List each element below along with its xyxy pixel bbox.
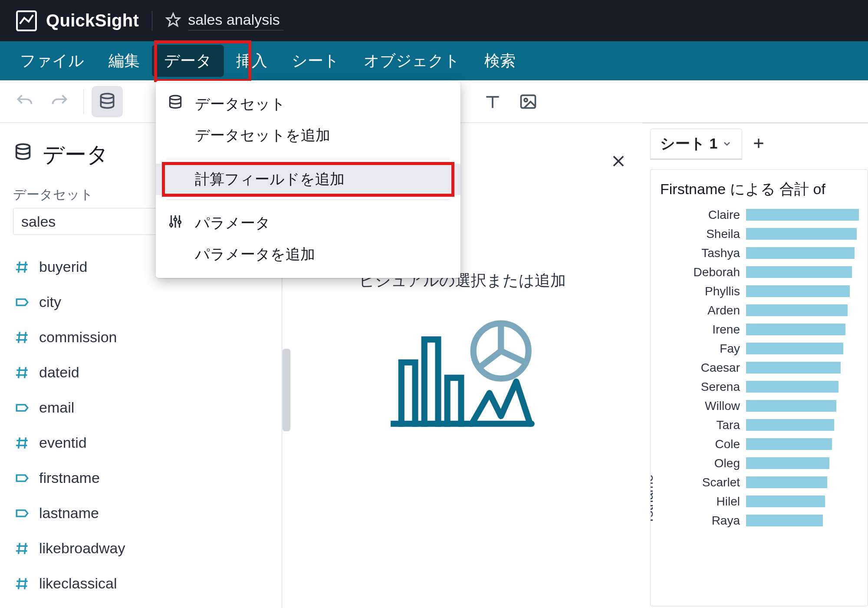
document-title[interactable]: sales analysis [188, 11, 283, 30]
data-dropdown: データセット データセットを追加 計算フィールドを追加 パラメータ パラメータを… [156, 81, 460, 278]
menu-object[interactable]: オブジェクト [352, 41, 472, 80]
dropdown-dataset-header: データセット [156, 89, 460, 120]
menu-file[interactable]: ファイル [8, 41, 96, 80]
brand-name: QuickSight [46, 11, 139, 30]
tag-icon [13, 471, 31, 486]
chart-category-label: Phyllis [675, 284, 740, 298]
svg-point-4 [524, 98, 527, 101]
chart-bar [746, 266, 852, 278]
chart-row: Claire [675, 205, 868, 225]
svg-point-2 [101, 93, 113, 98]
data-pane-toggle[interactable] [92, 86, 123, 117]
menu-sheet[interactable]: シート [279, 41, 352, 80]
field-item[interactable]: likebroadway [13, 540, 269, 557]
menu-label: データ [164, 50, 212, 72]
field-item[interactable]: eventid [13, 434, 269, 451]
field-item[interactable]: commission [13, 329, 269, 346]
divider [152, 11, 152, 31]
field-item[interactable]: likeclassical [13, 575, 269, 592]
chart-row: Cole [675, 435, 868, 454]
chart-bar [746, 476, 827, 489]
database-icon [13, 142, 33, 168]
undo-button[interactable] [9, 86, 40, 117]
tag-icon [13, 506, 31, 521]
dropdown-parameter-header: パラメータ [156, 208, 460, 239]
field-name: dateid [39, 364, 79, 381]
text-tool[interactable] [477, 86, 508, 117]
toolbar-separator [83, 89, 84, 114]
hash-icon [13, 436, 31, 450]
field-name: eventid [39, 434, 87, 451]
document-title-wrap[interactable]: sales analysis [165, 11, 283, 30]
chart-row: Irene [675, 320, 868, 339]
image-tool[interactable] [513, 86, 544, 117]
field-name: city [39, 294, 61, 311]
chart-category-label: Tara [675, 418, 740, 432]
chart-card[interactable]: Firstname による 合計 of rstname ClaireSheila… [650, 169, 868, 606]
field-name: buyerid [39, 258, 88, 275]
close-icon[interactable] [610, 153, 627, 171]
svg-marker-1 [167, 13, 180, 26]
svg-point-9 [16, 144, 30, 149]
dropdown-add-parameter[interactable]: パラメータを追加 [156, 239, 460, 270]
chart-row: Tara [675, 416, 868, 435]
chart-row: Tashya [675, 244, 868, 263]
chart-bar [746, 438, 832, 450]
chart-row: Willow [675, 397, 868, 416]
favorite-star-icon[interactable] [165, 12, 181, 30]
field-name: lastname [39, 505, 99, 522]
menu-label: 検索 [484, 50, 516, 72]
chart-row: Deborah [675, 263, 868, 282]
chart-row: Scarlet [675, 473, 868, 492]
chart-category-label: Sheila [675, 227, 740, 241]
field-name: email [39, 399, 74, 416]
chart-row: Caesar [675, 358, 868, 377]
chevron-down-icon[interactable] [722, 135, 732, 152]
chart-category-label: Tashya [675, 246, 740, 260]
sliders-icon [167, 213, 184, 233]
sheet-tab-1[interactable]: シート 1 [650, 129, 742, 160]
scrollbar-thumb[interactable] [283, 349, 290, 431]
field-item[interactable]: email [13, 399, 269, 416]
chart-bar [746, 400, 836, 412]
field-item[interactable]: dateid [13, 364, 269, 381]
tag-icon [13, 295, 31, 310]
chart-category-label: Cole [675, 437, 740, 451]
chart-row: Hilel [675, 492, 868, 511]
chart-category-label: Deborah [675, 265, 740, 279]
add-sheet-button[interactable] [747, 135, 770, 154]
chart-category-label: Claire [675, 208, 740, 222]
dropdown-add-calc-field[interactable]: 計算フィールドを追加 [156, 164, 460, 195]
hash-icon [13, 365, 31, 380]
dropdown-label: パラメータ [195, 213, 270, 233]
chart-bar [746, 209, 859, 221]
brand: QuickSight [15, 9, 139, 33]
menu-search[interactable]: 検索 [472, 41, 528, 80]
svg-point-6 [170, 224, 172, 226]
chart-row: Fay [675, 339, 868, 358]
field-item[interactable]: lastname [13, 505, 269, 522]
field-name: likebroadway [39, 540, 125, 557]
chart-row: Phyllis [675, 282, 868, 301]
menu-data[interactable]: データ [152, 45, 224, 77]
chart-row: Serena [675, 377, 868, 397]
dropdown-label: パラメータを追加 [195, 245, 315, 264]
hash-icon [13, 330, 31, 345]
chart-bar [746, 362, 841, 374]
chart-bar [746, 496, 825, 508]
topbar: QuickSight sales analysis [0, 0, 868, 41]
chart-area: rstname ClaireSheilaTashyaDeborahPhyllis… [660, 205, 868, 530]
svg-rect-3 [521, 95, 536, 108]
chart-category-label: Oleg [675, 456, 740, 470]
dropdown-add-dataset[interactable]: データセットを追加 [156, 120, 460, 151]
data-heading-text: データ [43, 140, 108, 169]
chart-category-label: Serena [675, 380, 740, 394]
database-icon [167, 94, 184, 114]
chart-category-label: Scarlet [675, 476, 740, 489]
field-item[interactable]: city [13, 294, 269, 311]
menu-edit[interactable]: 編集 [96, 41, 152, 80]
hash-icon [13, 541, 31, 556]
redo-button[interactable] [44, 86, 76, 117]
field-item[interactable]: firstname [13, 469, 269, 486]
menu-insert[interactable]: 挿入 [224, 41, 279, 80]
